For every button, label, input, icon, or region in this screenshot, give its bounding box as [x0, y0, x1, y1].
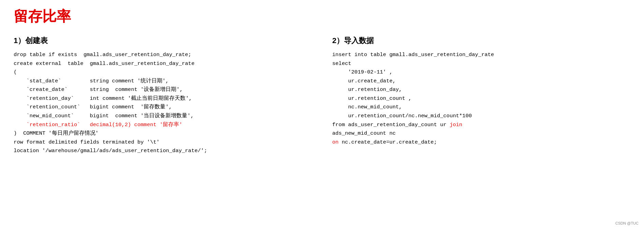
page-title: 留存比率 — [14, 7, 630, 26]
page-container: 留存比率 1）创建表 drop table if exists gmall.ad… — [0, 0, 644, 162]
footer-text: CSDN @TUC — [615, 221, 639, 225]
code-block-right: insert into table gmall.ads_user_retenti… — [332, 51, 630, 147]
join-keyword: join — [450, 122, 462, 128]
section-title-right: 2）导入数据 — [332, 36, 630, 46]
code-line-1: drop table if exists gmall.ads_user_rete… — [14, 52, 207, 154]
section-title-left: 1）创建表 — [14, 36, 312, 46]
col-right: 2）导入数据 insert into table gmall.ads_user_… — [332, 36, 630, 156]
code-block-left: drop table if exists gmall.ads_user_rete… — [14, 51, 312, 156]
code-red-line: `retention_ratio` decimal(10,2) comment … — [26, 122, 182, 128]
col-left: 1）创建表 drop table if exists gmall.ads_use… — [14, 36, 312, 156]
on-keyword: on — [332, 139, 339, 145]
two-col-layout: 1）创建表 drop table if exists gmall.ads_use… — [14, 36, 630, 156]
code-right-lines: insert into table gmall.ads_user_retenti… — [332, 52, 494, 145]
